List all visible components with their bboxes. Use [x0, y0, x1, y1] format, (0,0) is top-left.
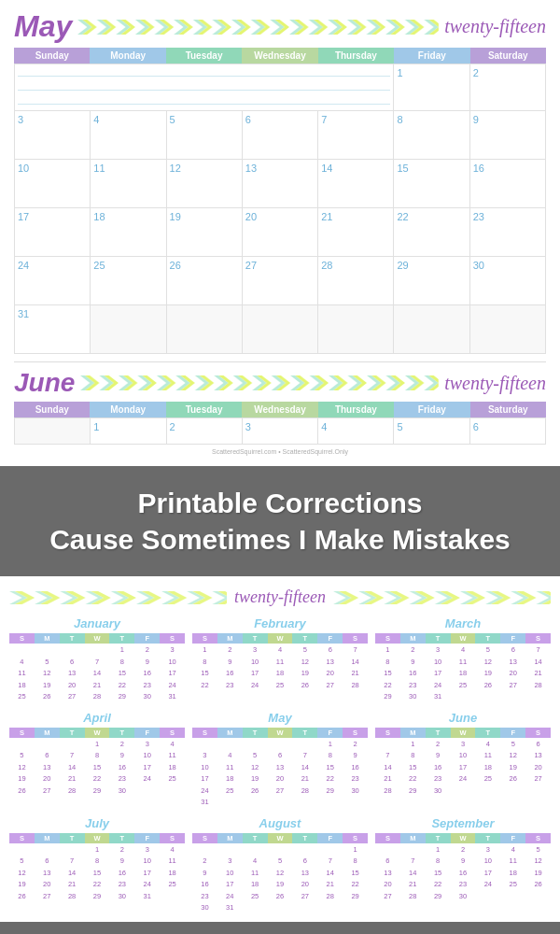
mini-cal-day: 28 — [60, 785, 85, 798]
mini-cal-grid: 1234567891011121314151617181920212223242… — [375, 844, 551, 903]
mini-cal-day: 25 — [217, 785, 243, 798]
mini-cal-day: 7 — [85, 657, 110, 669]
mini-cal-day: 20 — [375, 879, 400, 891]
mini-cal-grid: 1234567891011121314151617181920212223242… — [9, 739, 185, 798]
mini-days-header: SMTWTFS — [9, 728, 185, 738]
mini-cal-day — [85, 644, 110, 657]
mini-cal-day: 6 — [60, 657, 85, 669]
svg-rect-7 — [333, 591, 551, 604]
mini-cal-day: 9 — [451, 856, 476, 868]
mini-day-hdr-cell: F — [134, 833, 160, 843]
mini-cal-day: 24 — [160, 680, 185, 692]
mini-cal-grid: 1234567891011121314151617181920212223242… — [9, 844, 185, 903]
mini-cal-day: 27 — [525, 773, 551, 785]
mini-day-hdr-cell: T — [292, 833, 317, 843]
mini-day-hdr-cell: W — [85, 833, 110, 843]
mini-cal-day: 3 — [192, 750, 217, 762]
mini-cal-day: 25 — [451, 680, 476, 692]
mini-cal-day: 10 — [426, 657, 451, 669]
year-title: twenty-fifteen — [227, 587, 333, 607]
mini-day-hdr-cell: T — [60, 833, 85, 843]
mini-day-hdr-cell: S — [375, 633, 400, 644]
may-day-cell — [394, 305, 469, 354]
mini-cal-grid: 1234567891011121314151617181920212223242… — [192, 644, 368, 691]
mini-days-header: SMTWTFS — [192, 728, 368, 738]
mini-cal-day: 20 — [292, 879, 317, 891]
mini-cal-day: 2 — [109, 844, 134, 856]
may-days-header: Sunday Monday Tuesday Wednesday Thursday… — [14, 48, 546, 64]
mini-cal-day: 3 — [451, 739, 476, 751]
mini-day-hdr-cell: M — [35, 728, 60, 738]
mini-cal-day: 4 — [243, 856, 268, 868]
mini-cal-day: 25 — [500, 879, 525, 891]
mini-cal-day: 28 — [85, 691, 110, 703]
mini-cal-day: 4 — [160, 739, 185, 751]
mini-cal-day: 10 — [243, 657, 268, 669]
mini-cal-day: 7 — [525, 644, 551, 657]
mini-cal-day: 16 — [217, 668, 243, 680]
mini-cal-day: 3 — [243, 644, 268, 657]
mini-month-title: August — [192, 816, 368, 830]
mini-days-header: SMTWTFS — [375, 728, 551, 738]
mini-cal-day: 27 — [375, 891, 400, 903]
mini-cal-day: 19 — [500, 762, 525, 774]
may-day-cell: 12 — [167, 160, 243, 208]
mini-cal-day: 2 — [192, 856, 217, 868]
mini-cal-day — [60, 644, 85, 657]
mini-cal-day — [243, 902, 268, 914]
may-day-cell: 9 — [470, 111, 546, 160]
mini-cal-day: 3 — [475, 844, 500, 856]
mini-cal-day: 30 — [426, 785, 451, 798]
mini-cal-day — [451, 691, 476, 703]
may-day-cell: 7 — [318, 111, 394, 160]
mini-cal-day: 15 — [192, 668, 217, 680]
mini-cal-day: 22 — [85, 773, 110, 785]
mini-cal-day: 26 — [525, 879, 551, 891]
monday-header: Monday — [90, 48, 165, 64]
mini-month-may: MaySMTWTFS123456789101112131415161718192… — [192, 711, 368, 809]
may-day-cell: 13 — [243, 160, 318, 208]
mini-cal-day: 22 — [426, 879, 451, 891]
mini-cal-day — [500, 891, 525, 903]
may-day-cell: 11 — [91, 160, 166, 208]
mini-cal-day: 31 — [426, 691, 451, 703]
mini-cal-day — [134, 785, 160, 798]
mini-cal-day: 8 — [343, 856, 368, 868]
mini-cal-day: 24 — [217, 891, 243, 903]
may-week-1: 1 2 — [14, 64, 546, 111]
june-first-row: 1 2 3 4 5 6 — [14, 417, 546, 445]
year-cal-header: twenty-fifteen — [9, 587, 551, 607]
mini-cal-day: 2 — [134, 644, 160, 657]
mini-cal-day — [451, 785, 476, 798]
mini-cal-day: 2 — [217, 644, 243, 657]
mini-cal-day: 30 — [109, 785, 134, 798]
mini-cal-day: 17 — [160, 668, 185, 680]
mini-day-hdr-cell: T — [426, 833, 451, 843]
mini-cal-day — [243, 844, 268, 856]
mini-cal-day: 13 — [500, 657, 525, 669]
mini-cal-day: 21 — [400, 879, 426, 891]
mini-cal-day: 4 — [500, 844, 525, 856]
mini-cal-day: 29 — [317, 785, 343, 798]
chevrons-decoration — [77, 19, 439, 35]
mini-cal-day: 31 — [192, 797, 217, 809]
mini-cal-day: 20 — [268, 773, 293, 785]
mini-cal-day: 19 — [243, 773, 268, 785]
mini-day-hdr-cell: T — [292, 728, 317, 738]
mini-cal-day: 28 — [60, 891, 85, 903]
mini-cal-grid: 1234567891011121314151617181920212223242… — [375, 739, 551, 798]
mini-cal-day: 19 — [268, 879, 293, 891]
mini-cal-day — [192, 739, 217, 751]
mini-cal-day: 13 — [60, 668, 85, 680]
mini-cal-day: 15 — [85, 762, 110, 774]
months-grid: JanuarySMTWTFS12345678910111213141516171… — [9, 616, 551, 914]
mini-cal-day: 14 — [400, 868, 426, 880]
mini-cal-day: 9 — [109, 856, 134, 868]
heading-banner: Printable Corrections Cause Sometimes I … — [0, 466, 560, 576]
mini-cal-day: 20 — [60, 680, 85, 692]
mini-cal-day: 31 — [160, 691, 185, 703]
mini-cal-day — [217, 739, 243, 751]
mini-cal-day: 8 — [109, 657, 134, 669]
may-day-cell: 21 — [318, 208, 394, 257]
mini-cal-day: 24 — [192, 785, 217, 798]
